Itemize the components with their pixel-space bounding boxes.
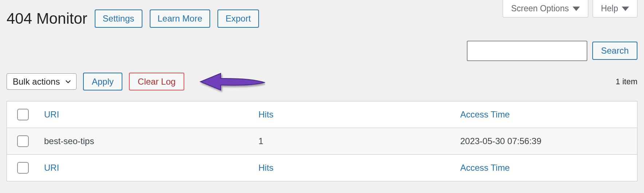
screen-options-label: Screen Options — [511, 4, 569, 13]
log-table: URI Hits Access Time best-seo-tips 1 202… — [7, 101, 637, 181]
search-button[interactable]: Search — [592, 42, 637, 60]
cell-uri: best-seo-tips — [39, 128, 254, 154]
select-all-checkbox-bottom[interactable] — [17, 162, 29, 174]
clear-log-button[interactable]: Clear Log — [129, 73, 184, 91]
select-all-checkbox[interactable] — [17, 109, 29, 120]
bulk-actions-select[interactable]: Bulk actions — [7, 73, 76, 90]
cell-access-time: 2023-05-30 07:56:39 — [455, 128, 637, 154]
help-toggle[interactable]: Help — [593, 0, 637, 18]
help-label: Help — [601, 4, 618, 13]
learn-more-button[interactable]: Learn More — [150, 9, 211, 28]
annotation-arrow-icon — [196, 69, 265, 94]
table-row: best-seo-tips 1 2023-05-30 07:56:39 — [7, 128, 637, 154]
page-title: 404 Monitor — [7, 10, 87, 27]
cell-hits: 1 — [254, 128, 455, 154]
chevron-down-icon — [622, 7, 629, 11]
column-access-time-bottom[interactable]: Access Time — [460, 163, 510, 173]
search-input[interactable] — [467, 41, 587, 61]
chevron-down-icon — [573, 7, 580, 11]
apply-button[interactable]: Apply — [83, 73, 122, 91]
item-count: 1 item — [616, 77, 637, 86]
column-hits-bottom[interactable]: Hits — [259, 163, 274, 173]
column-uri-bottom[interactable]: URI — [44, 163, 59, 173]
screen-options-toggle[interactable]: Screen Options — [503, 0, 588, 18]
column-access-time[interactable]: Access Time — [460, 109, 510, 119]
row-checkbox[interactable] — [17, 135, 29, 147]
table-body: best-seo-tips 1 2023-05-30 07:56:39 — [7, 128, 637, 154]
export-button[interactable]: Export — [217, 9, 259, 28]
settings-button[interactable]: Settings — [95, 9, 142, 28]
column-hits[interactable]: Hits — [259, 109, 274, 119]
column-uri[interactable]: URI — [44, 109, 59, 119]
